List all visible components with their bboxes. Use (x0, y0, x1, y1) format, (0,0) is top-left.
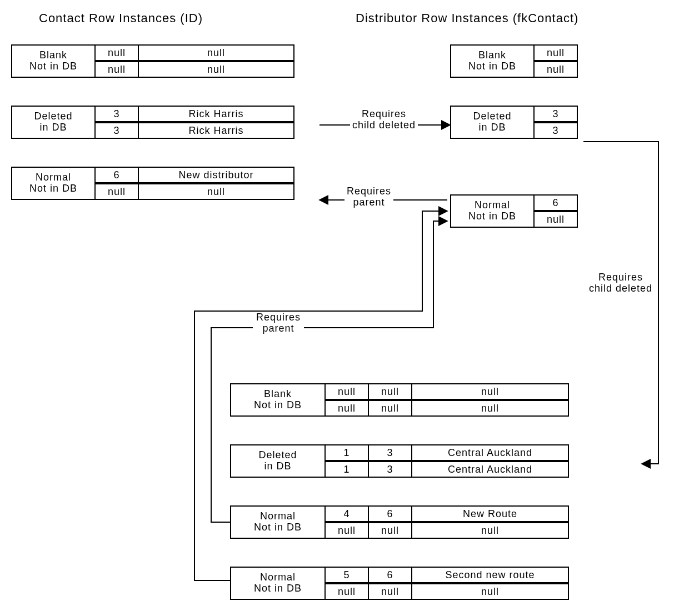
route-deleted-c2-bot: 3 (368, 461, 412, 478)
route-normal1-c1-bot: null (324, 522, 369, 539)
contact-blank-name-bot: null (138, 61, 294, 78)
contact-deleted-id-top: 3 (94, 106, 139, 122)
edge-req-child-deleted-1: Requires child deleted (350, 109, 418, 131)
route-normal2-c2-bot: null (368, 583, 412, 600)
route-deleted-status: Deletedin DB (230, 444, 324, 478)
dist-deleted-fk-bot: 3 (533, 122, 578, 139)
route-blank-c3-top: null (411, 383, 569, 400)
contact-normal-name-bot: null (138, 183, 294, 200)
contact-blank-status: BlankNot in DB (11, 44, 94, 78)
contact-normal-status: NormalNot in DB (11, 167, 94, 200)
route-deleted-c3-top: Central Auckland (411, 444, 569, 461)
edge-req-parent-2: Requires parent (253, 312, 304, 334)
contact-normal-name-top: New distributor (138, 167, 294, 183)
distributor-heading: Distributor Row Instances (fkContact) (356, 11, 578, 26)
contact-heading: Contact Row Instances (ID) (39, 11, 203, 26)
route-normal1-status: NormalNot in DB (230, 505, 324, 539)
route-normal2-c3-bot: null (411, 583, 569, 600)
edge-req-child-deleted-2: Requires child deleted (589, 272, 652, 294)
route-normal1-c1-top: 4 (324, 505, 369, 522)
dist-deleted-status: Deletedin DB (450, 106, 533, 139)
dist-blank-fk-top: null (533, 44, 578, 61)
route-normal1-c2-top: 6 (368, 505, 412, 522)
route-normal1-c2-bot: null (368, 522, 412, 539)
contact-deleted-id-bot: 3 (94, 122, 139, 139)
dist-normal-fk-bot: null (533, 211, 578, 228)
route-normal2-status: NormalNot in DB (230, 567, 324, 600)
route-blank-c2-bot: null (368, 400, 412, 417)
dist-normal-status: NormalNot in DB (450, 194, 533, 228)
dist-normal-fk-top: 6 (533, 194, 578, 211)
route-normal2-c1-top: 5 (324, 567, 369, 583)
contact-normal-id-top: 6 (94, 167, 139, 183)
dist-blank-fk-bot: null (533, 61, 578, 78)
contact-blank-id-bot: null (94, 61, 139, 78)
route-normal2-c3-top: Second new route (411, 567, 569, 583)
route-normal1-c3-bot: null (411, 522, 569, 539)
edge-req-parent-1: Requires parent (344, 186, 393, 208)
contact-deleted-name-top: Rick Harris (138, 106, 294, 122)
route-blank-c2-top: null (368, 383, 412, 400)
dist-blank-status: BlankNot in DB (450, 44, 533, 78)
route-blank-c3-bot: null (411, 400, 569, 417)
route-blank-c1-bot: null (324, 400, 369, 417)
contact-normal-id-bot: null (94, 183, 139, 200)
route-normal2-c2-top: 6 (368, 567, 412, 583)
route-blank-status: BlankNot in DB (230, 383, 324, 417)
contact-deleted-name-bot: Rick Harris (138, 122, 294, 139)
dist-deleted-fk-top: 3 (533, 106, 578, 122)
route-normal1-c3-top: New Route (411, 505, 569, 522)
contact-blank-id-top: null (94, 44, 139, 61)
route-normal2-c1-bot: null (324, 583, 369, 600)
route-blank-c1-top: null (324, 383, 369, 400)
route-deleted-c3-bot: Central Auckland (411, 461, 569, 478)
contact-blank-name-top: null (138, 44, 294, 61)
route-deleted-c1-bot: 1 (324, 461, 369, 478)
route-deleted-c1-top: 1 (324, 444, 369, 461)
route-deleted-c2-top: 3 (368, 444, 412, 461)
contact-deleted-status: Deletedin DB (11, 106, 94, 139)
